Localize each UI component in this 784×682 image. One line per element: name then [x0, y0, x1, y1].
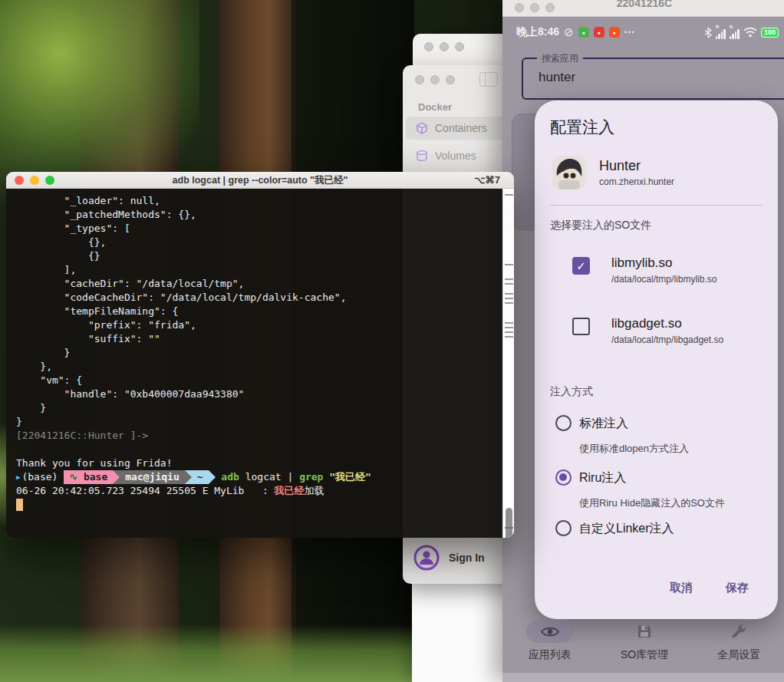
- sidebar-item-volumes[interactable]: Volumes: [406, 144, 516, 167]
- save-button[interactable]: 保存: [726, 581, 749, 595]
- nav-item-global-settings[interactable]: 全局设置: [692, 615, 784, 681]
- method-option-custom-linker[interactable]: 自定义Linker注入: [555, 520, 674, 537]
- notification-app-icon-red: ●: [594, 27, 604, 38]
- sidebar-item-containers[interactable]: Containers: [406, 117, 516, 140]
- app-name: Hunter: [599, 158, 674, 174]
- method-label: 自定义Linker注入: [579, 520, 674, 537]
- so-file-path: /data/local/tmp/libmylib.so: [611, 274, 716, 285]
- battery-icon: 100: [761, 28, 779, 38]
- terminal-line: "_types": [: [16, 222, 514, 236]
- terminal-line: "_patchedMethods": {},: [16, 208, 514, 222]
- mute-icon: ⊘: [564, 25, 574, 39]
- radio-selected[interactable]: [555, 469, 572, 486]
- nav-item-app-list[interactable]: 应用列表: [502, 615, 597, 681]
- terminal-titlebar[interactable]: adb logcat | grep --color=auto "我已经" ⌥⌘7: [6, 172, 514, 189]
- conda-env-prefix: (base): [21, 470, 64, 484]
- prompt-user-segment: mac@jiqiu: [120, 470, 184, 484]
- logcat-line: 06-26 20:42:05.723 25494 25505 E MyLib :…: [16, 484, 514, 498]
- terminal-line: }: [16, 346, 514, 360]
- nav-label: 应用列表: [529, 648, 572, 662]
- zoom-icon[interactable]: [446, 75, 455, 84]
- terminal-title: adb logcat | grep --color=auto "我已经": [6, 174, 514, 187]
- app-avatar: [552, 156, 586, 189]
- radio-unselected[interactable]: [555, 415, 572, 431]
- terminal-line: "vm": {: [16, 374, 514, 387]
- powerline-arrow: [185, 470, 192, 484]
- minimize-icon[interactable]: [430, 75, 440, 84]
- frida-session-line: [22041216C::Hunter ]->: [16, 429, 514, 443]
- nav-label: 全局设置: [717, 648, 760, 662]
- terminal-line: }: [16, 415, 514, 429]
- cancel-button[interactable]: 取消: [670, 581, 693, 595]
- search-input[interactable]: 搜索应用 hunter: [522, 58, 784, 100]
- bottom-navigation: 应用列表 SO库管理: [502, 615, 784, 681]
- method-option-riru[interactable]: Riru注入: [555, 469, 626, 486]
- terminal-line: ],: [16, 263, 514, 277]
- wifi-icon: [743, 27, 757, 38]
- sidebar-item-label: Containers: [435, 122, 487, 134]
- sidebar-toggle-icon[interactable]: [479, 72, 498, 87]
- docker-app-label: Docker: [418, 101, 452, 113]
- terminal-line: }: [16, 401, 514, 415]
- so-file-row[interactable]: ✓ libmylib.so /data/local/tmp/libmylib.s…: [572, 255, 716, 285]
- eye-icon: [541, 625, 559, 638]
- scrollbar-thumb[interactable]: [506, 508, 512, 538]
- sign-in-button[interactable]: Sign In: [413, 545, 485, 571]
- powerline-arrow: [113, 470, 120, 484]
- nav-item-so-library[interactable]: SO库管理: [597, 615, 691, 681]
- zoom-icon[interactable]: [455, 42, 464, 51]
- phone-window-titlebar: 22041216C: [502, 0, 784, 17]
- method-description: 使用Riru Hide隐藏注入的SO文件: [579, 496, 725, 510]
- search-input-value: hunter: [539, 70, 575, 85]
- terminal-window: adb logcat | grep --color=auto "我已经" ⌥⌘7…: [6, 172, 514, 538]
- wrench-icon: [730, 623, 747, 640]
- command-text: adb: [216, 470, 239, 484]
- nav-label: SO库管理: [621, 648, 668, 662]
- save-icon: [637, 624, 652, 639]
- notification-app-icon-green: ●: [578, 27, 589, 38]
- radio-unselected[interactable]: [555, 520, 572, 536]
- wallpaper-grass: [0, 624, 414, 682]
- close-icon[interactable]: [415, 75, 424, 84]
- phone-window-title: 22041216C: [502, 0, 784, 9]
- checkbox-unchecked[interactable]: [572, 318, 590, 335]
- method-option-standard[interactable]: 标准注入: [555, 415, 628, 432]
- terminal-blank-line: [16, 443, 514, 456]
- so-file-row[interactable]: libgadget.so /data/local/tmp/libgadget.s…: [572, 316, 723, 345]
- search-input-label: 搜索应用: [537, 52, 583, 65]
- dialog-title: 配置注入: [550, 117, 614, 138]
- terminal-line: {}: [16, 249, 514, 263]
- terminal-line: },: [16, 360, 514, 374]
- prompt-dir-segment: ~: [192, 470, 209, 484]
- method-label: 标准注入: [579, 415, 628, 432]
- status-time: 晚上8:46: [516, 25, 559, 39]
- notification-app-icon-orange: ●: [609, 27, 620, 38]
- terminal-line: "suffix": "": [16, 332, 514, 346]
- minimize-icon[interactable]: [440, 42, 449, 51]
- phone-mirror-window: 22041216C 晚上8:46 ⊘ ● ● ● ··· R: [502, 0, 784, 682]
- command-text: grep: [299, 470, 323, 484]
- terminal-scrollbar[interactable]: [502, 189, 514, 538]
- so-file-name: libmylib.so: [611, 255, 716, 271]
- shell-prompt-line: ▶ (base) ∿ base mac@jiqiu ~ adb logcat |…: [16, 470, 514, 484]
- gesture-nav-strip: [502, 673, 784, 682]
- background-window: [412, 578, 504, 682]
- terminal-output[interactable]: "_loader": null, "_patchedMethods": {}, …: [6, 189, 514, 538]
- command-text: logcat |: [239, 470, 299, 484]
- injection-method-section-label: 注入方式: [550, 385, 593, 399]
- terminal-line: {},: [16, 236, 514, 249]
- checkbox-checked[interactable]: ✓: [572, 257, 590, 275]
- grep-match-text: 我已经: [275, 485, 305, 496]
- terminal-line: "_loader": null,: [16, 194, 514, 208]
- method-label: Riru注入: [579, 469, 626, 486]
- configure-injection-dialog: 配置注入 Hunter com.zhenxi.hunter 选择要注入的S: [535, 100, 778, 619]
- so-files-section-label: 选择要注入的SO文件: [550, 219, 651, 232]
- containers-cube-icon: [416, 122, 428, 134]
- bluetooth-icon: [704, 27, 712, 38]
- prompt-env-segment: ∿ base: [64, 470, 113, 484]
- method-description: 使用标准dlopen方式注入: [579, 442, 689, 456]
- terminal-line: "tempFileNaming": {: [16, 305, 514, 318]
- terminal-line: "cacheDir": "/data/local/tmp",: [16, 277, 514, 291]
- phone-screen: 晚上8:46 ⊘ ● ● ● ··· R R: [502, 17, 784, 682]
- close-icon[interactable]: [424, 42, 433, 51]
